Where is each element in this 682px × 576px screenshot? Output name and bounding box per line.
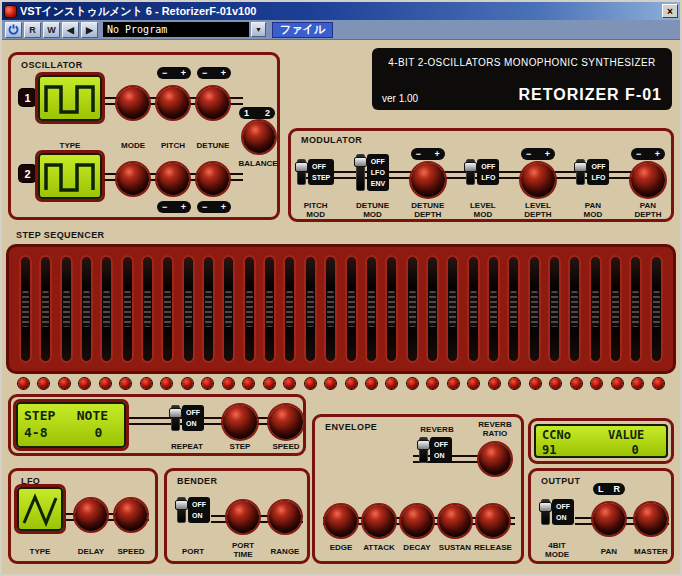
- read-button[interactable]: R: [24, 22, 41, 38]
- plus-icon[interactable]: +: [545, 149, 550, 159]
- plus-icon[interactable]: +: [181, 202, 186, 212]
- step-slider[interactable]: [304, 255, 317, 363]
- step-slider-handle[interactable]: [632, 291, 639, 327]
- switch-handle[interactable]: [354, 157, 367, 167]
- switch-handle[interactable]: [464, 162, 477, 172]
- step-slider-handle[interactable]: [83, 291, 90, 327]
- osc2-type-display[interactable]: [38, 153, 102, 199]
- detune-depth-stepper[interactable]: −+: [411, 148, 445, 160]
- step-slider[interactable]: [19, 255, 32, 363]
- step-slider-track[interactable]: [283, 255, 296, 363]
- pan-mod-switch[interactable]: OFFLFO: [576, 159, 609, 185]
- close-button[interactable]: ×: [662, 4, 678, 18]
- step-slider-handle[interactable]: [246, 291, 253, 327]
- step-slider-track[interactable]: [467, 255, 480, 363]
- edge-knob[interactable]: [325, 505, 357, 537]
- step-slider-handle[interactable]: [185, 291, 192, 327]
- step-slider-track[interactable]: [243, 255, 256, 363]
- step-slider[interactable]: [426, 255, 439, 363]
- step-slider[interactable]: [222, 255, 235, 363]
- step-slider-handle[interactable]: [205, 291, 212, 327]
- step-slider[interactable]: [39, 255, 52, 363]
- step-slider[interactable]: [345, 255, 358, 363]
- minus-icon[interactable]: −: [202, 68, 207, 78]
- step-slider[interactable]: [467, 255, 480, 363]
- level-depth-knob[interactable]: [521, 163, 555, 197]
- minus-icon[interactable]: −: [202, 202, 207, 212]
- step-slider-handle[interactable]: [510, 291, 517, 327]
- osc1-detune-knob[interactable]: [197, 87, 229, 119]
- step-slider-track[interactable]: [121, 255, 134, 363]
- step-slider[interactable]: [243, 255, 256, 363]
- plus-icon[interactable]: +: [221, 68, 226, 78]
- step-slider[interactable]: [568, 255, 581, 363]
- step-slider-track[interactable]: [100, 255, 113, 363]
- step-slider-track[interactable]: [406, 255, 419, 363]
- step-slider[interactable]: [100, 255, 113, 363]
- step-slider-handle[interactable]: [124, 291, 131, 327]
- detune-depth-knob[interactable]: [411, 163, 445, 197]
- step-slider[interactable]: [202, 255, 215, 363]
- osc2-mode-knob[interactable]: [117, 163, 149, 195]
- step-slider-handle[interactable]: [42, 291, 49, 327]
- lfo-speed-knob[interactable]: [115, 499, 147, 531]
- switch-handle[interactable]: [539, 502, 552, 512]
- step-slider-handle[interactable]: [490, 291, 497, 327]
- plus-icon[interactable]: +: [655, 149, 660, 159]
- step-slider-track[interactable]: [60, 255, 73, 363]
- osc1-pitch-stepper[interactable]: −+: [157, 67, 191, 79]
- pan-depth-knob[interactable]: [631, 163, 665, 197]
- program-dropdown-button[interactable]: ▼: [251, 22, 266, 37]
- power-button[interactable]: [5, 22, 22, 38]
- osc1-pitch-knob[interactable]: [157, 87, 189, 119]
- step-slider-track[interactable]: [182, 255, 195, 363]
- step-slider[interactable]: [385, 255, 398, 363]
- minus-icon[interactable]: −: [162, 202, 167, 212]
- pan-depth-stepper[interactable]: −+: [631, 148, 665, 160]
- step-slider-handle[interactable]: [409, 291, 416, 327]
- step-slider[interactable]: [60, 255, 73, 363]
- step-slider-track[interactable]: [161, 255, 174, 363]
- step-slider-track[interactable]: [528, 255, 541, 363]
- step-slider[interactable]: [283, 255, 296, 363]
- step-slider-handle[interactable]: [531, 291, 538, 327]
- reverb-switch[interactable]: OFFON: [419, 437, 452, 463]
- detune-mod-switch[interactable]: OFFLFOENV: [356, 154, 389, 191]
- step-slider-handle[interactable]: [388, 291, 395, 327]
- step-slider[interactable]: [609, 255, 622, 363]
- step-slider-handle[interactable]: [22, 291, 29, 327]
- step-slider[interactable]: [629, 255, 642, 363]
- switch-handle[interactable]: [295, 162, 308, 172]
- switch-handle[interactable]: [169, 408, 182, 418]
- step-slider-track[interactable]: [202, 255, 215, 363]
- step-slider-handle[interactable]: [653, 291, 660, 327]
- step-slider[interactable]: [324, 255, 337, 363]
- step-slider-handle[interactable]: [103, 291, 110, 327]
- step-slider-handle[interactable]: [470, 291, 477, 327]
- next-program-button[interactable]: ▶: [81, 22, 98, 38]
- decay-knob[interactable]: [401, 505, 433, 537]
- step-slider[interactable]: [548, 255, 561, 363]
- step-slider[interactable]: [589, 255, 602, 363]
- plus-icon[interactable]: +: [221, 202, 226, 212]
- repeat-switch[interactable]: OFFON: [171, 405, 204, 431]
- step-slider[interactable]: [80, 255, 93, 363]
- level-depth-stepper[interactable]: −+: [521, 148, 555, 160]
- osc1-mode-knob[interactable]: [117, 87, 149, 119]
- step-slider-track[interactable]: [39, 255, 52, 363]
- step-slider-track[interactable]: [446, 255, 459, 363]
- step-slider[interactable]: [161, 255, 174, 363]
- osc2-detune-stepper[interactable]: −+: [197, 201, 231, 213]
- step-slider[interactable]: [263, 255, 276, 363]
- step-slider-track[interactable]: [548, 255, 561, 363]
- switch-handle[interactable]: [417, 440, 430, 450]
- file-menu-button[interactable]: ファイル: [272, 22, 333, 38]
- sustain-knob[interactable]: [439, 505, 471, 537]
- plus-icon[interactable]: +: [435, 149, 440, 159]
- step-slider[interactable]: [528, 255, 541, 363]
- step-slider[interactable]: [406, 255, 419, 363]
- step-slider-track[interactable]: [629, 255, 642, 363]
- step-slider-handle[interactable]: [286, 291, 293, 327]
- step-slider-track[interactable]: [304, 255, 317, 363]
- minus-icon[interactable]: −: [162, 68, 167, 78]
